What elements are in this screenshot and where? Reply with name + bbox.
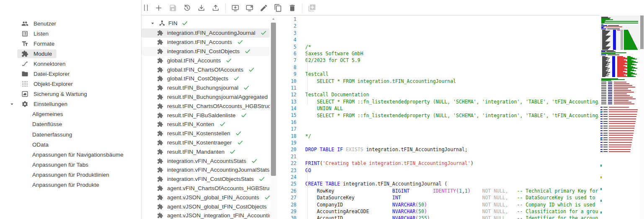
minimap-line xyxy=(603,119,608,119)
chevron-down-icon[interactable] xyxy=(149,20,156,26)
tree-item[interactable]: integration.vFIN_AccountsStats xyxy=(142,156,270,165)
line-number: 20 xyxy=(277,146,296,153)
editor-scrollbar[interactable] xyxy=(640,15,644,219)
puzzle-icon xyxy=(157,121,163,127)
toolbar-save-button[interactable] xyxy=(168,3,178,13)
tree-item[interactable]: result.tFIN_Kostentraeger xyxy=(142,138,270,147)
panel-drag-handle[interactable] xyxy=(144,5,148,11)
minimap-line xyxy=(609,109,638,110)
tree-item-label: agent.vJSON_global_tFIN_Accounts xyxy=(167,194,259,201)
toolbar-undeploy-button[interactable] xyxy=(245,3,255,13)
check-icon xyxy=(260,30,267,36)
sidebar-item-listen[interactable]: Listen xyxy=(0,28,141,39)
download-icon xyxy=(197,4,206,12)
code-editor[interactable]: 1234567891011121314151617181920212223242… xyxy=(277,15,599,219)
tree-item[interactable]: agent.vJSON_global_tFIN_CostObjects xyxy=(142,202,270,211)
upload-icon xyxy=(211,4,220,12)
tree-item-label: result.tFIN_FiBuSaldenliste xyxy=(167,112,236,119)
tree-item[interactable]: agent.vJSON_integration_tFIN_AccountingJ… xyxy=(142,211,270,219)
monitor-down-icon xyxy=(231,4,240,12)
tree-item[interactable]: integration.tFIN_Accounts xyxy=(142,38,270,47)
minimap-line xyxy=(601,95,606,96)
sidebar-item-einstellungen[interactable]: Einstellungen xyxy=(0,99,141,109)
minimap-line xyxy=(614,87,635,88)
toolbar-upload-button[interactable] xyxy=(211,3,221,13)
sidebar-item-module[interactable]: Module xyxy=(0,49,141,59)
sidebar-item-sicherung-wartung[interactable]: Sicherung & Wartung xyxy=(0,89,141,99)
tree-item[interactable]: agent.vFIN_ChartsOfAccounts_HGBStructure xyxy=(142,184,270,193)
tree-item[interactable]: result.tFIN_Buchungsjournal xyxy=(142,83,270,93)
minimap-line xyxy=(603,151,608,152)
tree-root-row[interactable]: FIN xyxy=(142,19,277,27)
line-number: 5 xyxy=(277,44,296,50)
tree-item[interactable]: agent.vJSON_global_tFIN_Accounts xyxy=(142,193,270,202)
sidebar-item-benutzer[interactable]: Benutzer xyxy=(0,18,141,28)
tree-scrollbar-thumb[interactable] xyxy=(271,23,276,176)
chevron-down-icon[interactable] xyxy=(9,101,15,107)
tree-item-label: result.tFIN_Konten xyxy=(167,121,214,127)
sidebar-item-label: Formate xyxy=(33,41,54,47)
tree-item[interactable]: result.tFIN_Konten xyxy=(142,120,270,129)
tree-item[interactable]: result.tFIN_FiBuSaldenliste xyxy=(142,111,270,120)
code-line-25: AccountingAreaCODE NVARCHAR(50) NOT NULL… xyxy=(305,208,599,215)
scroll-up-icon[interactable] xyxy=(270,16,276,22)
sidebar-subitem-allgemeines[interactable]: Allgemeines xyxy=(0,109,141,119)
code-line-2: Saxess Software GmbH xyxy=(305,50,599,57)
sidebar-subitem-datenfluesse[interactable]: Datenflüsse xyxy=(0,119,141,129)
sidebar-subitem-odata[interactable]: OData xyxy=(0,139,141,149)
sidebar-subitem-anpassungen-fuer-tabs[interactable]: Anpassungen für Tabs xyxy=(0,160,141,170)
toolbar-add-document-button[interactable] xyxy=(307,3,317,13)
plus-icon xyxy=(155,4,163,12)
tree-item-label: result.tFIN_BuchungsjournalAggregated xyxy=(167,94,268,100)
tree-item[interactable]: result.tFIN_Kostenstellen xyxy=(142,129,270,138)
editor-scrollbar-thumb[interactable] xyxy=(640,15,644,49)
minimap-line xyxy=(608,82,612,82)
sidebar-subitem-anpassungen-fuer-navigationsbaeume[interactable]: Anpassungen für Navigationsbäume xyxy=(0,149,141,160)
code-line-12 xyxy=(305,119,599,126)
tree-item-label: agent.vJSON_integration_tFIN_AccountingJ… xyxy=(167,212,270,219)
minimap-line xyxy=(603,126,608,126)
minimap-line xyxy=(609,135,633,136)
toolbar-duplicate-button[interactable] xyxy=(273,3,283,13)
toolbar-download-button[interactable] xyxy=(196,3,206,13)
line-number: 2 xyxy=(277,23,296,29)
tree-item[interactable]: global.tFIN_CostObjects xyxy=(142,74,270,83)
minimap-line xyxy=(600,135,603,136)
minimap-line xyxy=(609,119,636,119)
tree-scrollbar[interactable] xyxy=(270,15,277,219)
minimap-line xyxy=(601,25,607,26)
tree-item[interactable]: integration.tFIN_CostObjects xyxy=(142,47,270,56)
toolbar-history-button[interactable] xyxy=(182,3,192,13)
tree-item[interactable]: result.tFIN_Mandanten xyxy=(142,147,270,156)
toolbar-delete-button[interactable] xyxy=(287,3,297,13)
toolbar-edit-button[interactable] xyxy=(259,3,269,13)
puzzle-icon xyxy=(157,75,163,82)
minimap-wrap xyxy=(599,15,640,219)
minimap-line xyxy=(614,97,633,98)
toolbar-add-button[interactable] xyxy=(154,3,164,13)
sidebar-item-datei-explorer[interactable]: Datei-Explorer xyxy=(0,69,141,79)
sidebar-subitem-datenerfassung[interactable]: Datenerfassung xyxy=(0,129,141,139)
tree-item[interactable]: integration.vFIN_AccountingJournalStats xyxy=(142,165,270,175)
sidebar-subitem-anpassungen-fuer-produkte[interactable]: Anpassungen für Produkte xyxy=(0,180,141,190)
code-line-6: SELECT * FROM integration.tFIN_Accountin… xyxy=(305,78,599,85)
minimap-line xyxy=(601,88,606,89)
minimap[interactable] xyxy=(600,15,640,219)
toolbar-deploy-button[interactable] xyxy=(230,3,240,13)
tree-item[interactable]: integration.vFIN_CostObjectsStats xyxy=(142,175,270,184)
minimap-line xyxy=(601,23,638,23)
minimap-line xyxy=(609,111,637,112)
grid-icon xyxy=(21,80,28,88)
sidebar-subitem-anpassungen-fuer-produktlinien[interactable]: Anpassungen für Produktlinien xyxy=(0,170,141,180)
tree-item[interactable]: global.tFIN_ChartsOfAccounts xyxy=(142,65,270,74)
sidebar-item-konnektoren[interactable]: Konnektoren xyxy=(0,59,141,69)
tree-item[interactable]: global.tFIN_Accounts xyxy=(142,56,270,65)
tree-item[interactable]: integration.tFIN_AccountingJournal xyxy=(142,28,270,38)
minimap-line xyxy=(608,100,612,101)
sidebar-item-objekt-explorer[interactable]: Objekt-Explorer xyxy=(0,79,141,89)
tree-item[interactable]: result.tFIN_ChartsOfAccounts_HGBStructur… xyxy=(142,101,270,111)
tree-item[interactable]: result.tFIN_BuchungsjournalAggregated xyxy=(142,93,270,102)
minimap-line xyxy=(603,116,608,117)
sidebar-item-formate[interactable]: Formate xyxy=(0,39,141,49)
tree-item-label: result.tFIN_Buchungsjournal xyxy=(167,85,238,91)
